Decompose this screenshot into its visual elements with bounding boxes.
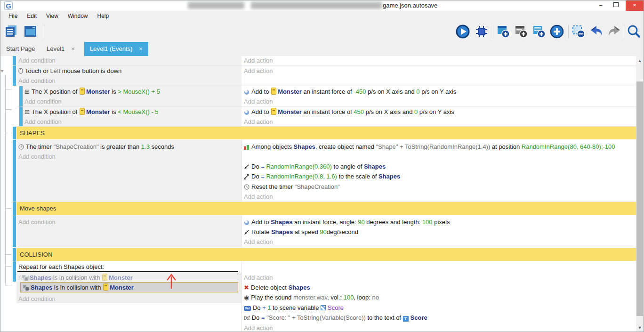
action-text: , vol.:	[327, 294, 344, 301]
object-name: Shapes	[288, 284, 310, 291]
tab-close-icon[interactable]: ×	[139, 45, 143, 52]
restore-button[interactable]	[609, 0, 623, 11]
close-button[interactable]: ×	[626, 0, 644, 11]
action-text: p/s on Y axis	[420, 88, 457, 95]
delete-icon: ✖	[244, 284, 249, 291]
scene-window-icon	[23, 24, 38, 39]
add-condition-link[interactable]: Add condition	[18, 152, 56, 162]
add-other-button[interactable]	[549, 24, 564, 39]
tree-line	[5, 133, 12, 133]
group-banner-shapes[interactable]: SHAPES	[16, 127, 636, 139]
action-add-force-neg[interactable]: Add to Monster an instant force of -450 …	[244, 87, 456, 97]
toolbar-separator	[493, 25, 493, 38]
add-condition-link[interactable]: Add condition	[24, 97, 62, 106]
operator: =	[261, 173, 265, 180]
tree-line	[5, 208, 12, 209]
add-action-link[interactable]: Add action	[244, 237, 273, 247]
action-set-angle[interactable]: Do = RandomInRange(0,360) to angle of Sh…	[244, 162, 386, 171]
annotation-arrow-icon	[165, 272, 177, 291]
group-banner-collision[interactable]: COLLISION	[16, 248, 636, 261]
timer-icon	[244, 183, 250, 193]
undo-button[interactable]	[589, 24, 604, 39]
menu-help[interactable]: Help	[93, 12, 113, 20]
add-action-link[interactable]: Add action	[244, 117, 273, 127]
group-banner-move-shapes[interactable]: Move shapes	[16, 202, 636, 215]
action-set-scale[interactable]: Do = RandomInRange(0.8, 1.6) to the scal…	[244, 171, 400, 181]
action-create-object[interactable]: Among objects Shapes, create object name…	[244, 142, 636, 153]
action-text: an instant force of	[302, 88, 354, 95]
action-add-force-shapes[interactable]: Add to Shapes an instant force, angle: 9…	[244, 217, 450, 227]
menu-view[interactable]: View	[42, 12, 63, 20]
tab-start-page[interactable]: Start Page	[0, 42, 40, 56]
tab-level1[interactable]: Level1×	[41, 42, 80, 56]
menu-edit[interactable]: Edit	[23, 12, 41, 20]
condition-collision-selected[interactable]: Shapes is in collision with Monster	[20, 282, 238, 292]
object-name: Monster	[109, 274, 133, 281]
action-rotate-shapes[interactable]: Rotate Shapes at speed 90deg/second	[244, 227, 358, 237]
redo-icon	[607, 24, 622, 39]
project-manager-button[interactable]	[4, 24, 19, 39]
value: -450	[354, 88, 366, 95]
action-set-text[interactable]: txtDo = "Score: " + ToString(Variable(Sc…	[244, 313, 427, 323]
condition-x-position-gt[interactable]: ⊞The X position of Monster is > MouseX()…	[24, 87, 160, 97]
search-button[interactable]	[627, 24, 642, 39]
toolbar	[0, 21, 644, 42]
object-name: Monster	[86, 108, 110, 115]
add-action-link[interactable]: Add action	[244, 66, 273, 76]
delete-selection-icon	[571, 24, 586, 39]
add-comment-button[interactable]	[531, 24, 547, 39]
scroll-down-icon[interactable]: ▼	[636, 324, 644, 332]
condition-touch-mouse[interactable]: Touch or Left mouse button is down	[18, 66, 121, 76]
add-action-link[interactable]: Add action	[244, 56, 273, 65]
action-delete-object[interactable]: ✖Delete object Shapes	[244, 283, 310, 292]
tree-line	[5, 109, 12, 110]
add-action-link[interactable]: Add action	[244, 97, 273, 106]
object-name: Shapes	[294, 143, 315, 150]
repeat-for-each-header[interactable]: Repeat for each Shapes object:	[18, 262, 104, 272]
menu-file[interactable]: File	[4, 12, 22, 20]
add-condition-link[interactable]: Add condition	[24, 117, 62, 127]
play-icon	[455, 24, 470, 39]
add-condition-link[interactable]: Add condition	[18, 56, 56, 65]
action-add-force-pos[interactable]: Add to Monster an instant force of 450 p…	[244, 107, 454, 117]
add-condition-link[interactable]: Add condition	[18, 294, 56, 304]
condition-timer[interactable]: The timer "ShapeCreation" is greater tha…	[18, 142, 174, 152]
add-condition-link[interactable]: Add condition	[18, 217, 56, 227]
action-text: Do	[251, 163, 261, 170]
condition-collision-drag-ghost: Shapes is in collision with Monster	[22, 273, 133, 283]
rotate-arrow-icon	[244, 228, 250, 238]
param: no	[372, 294, 378, 301]
action-text: Delete object	[251, 284, 289, 291]
action-text: Do	[253, 304, 262, 311]
tab-close-icon[interactable]: ×	[71, 45, 75, 52]
scroll-up-icon[interactable]: ▲	[636, 57, 644, 65]
add-event-button[interactable]	[496, 24, 511, 39]
action-text: , create object named	[315, 143, 376, 150]
add-subevent-button[interactable]	[514, 24, 529, 39]
vertical-scrollbar: ▲ ▼	[636, 56, 644, 332]
delete-event-button[interactable]	[571, 24, 586, 39]
toolbar-separator	[624, 25, 624, 38]
condition-x-position-lt[interactable]: ⊞The X position of Monster is < MouseX()…	[24, 107, 159, 117]
monster-object-icon	[271, 88, 276, 95]
add-action-link[interactable]: Add action	[244, 273, 273, 283]
action-increment-variable[interactable]: VarDo + 1 to scene variable Score	[244, 303, 344, 313]
add-action-link[interactable]: Add action	[244, 323, 273, 332]
text-object-icon: T	[403, 316, 409, 322]
redo-button[interactable]	[607, 24, 622, 39]
scrollbar-thumb[interactable]	[636, 81, 643, 316]
add-condition-link[interactable]: Add condition	[18, 76, 56, 86]
event-bar	[13, 202, 16, 215]
menu-window[interactable]: Window	[64, 12, 92, 20]
debugger-button[interactable]	[474, 24, 489, 39]
action-play-sound[interactable]: ◉Play the sound monster.wav, vol.: 100, …	[244, 292, 379, 302]
collapse-arrow-icon[interactable]: ▾	[1, 68, 3, 73]
action-text: p/s on X axis and	[364, 108, 414, 115]
minimize-button[interactable]: –	[594, 0, 608, 11]
action-text: degrees and length:	[365, 219, 422, 226]
scene-editor-button[interactable]	[23, 24, 38, 39]
add-action-link[interactable]: Add action	[244, 192, 273, 202]
tab-level1-events[interactable]: Level1 (Events)×	[84, 42, 148, 56]
play-button[interactable]	[455, 24, 470, 39]
action-reset-timer[interactable]: Reset the timer "ShapeCreation"	[244, 182, 340, 192]
